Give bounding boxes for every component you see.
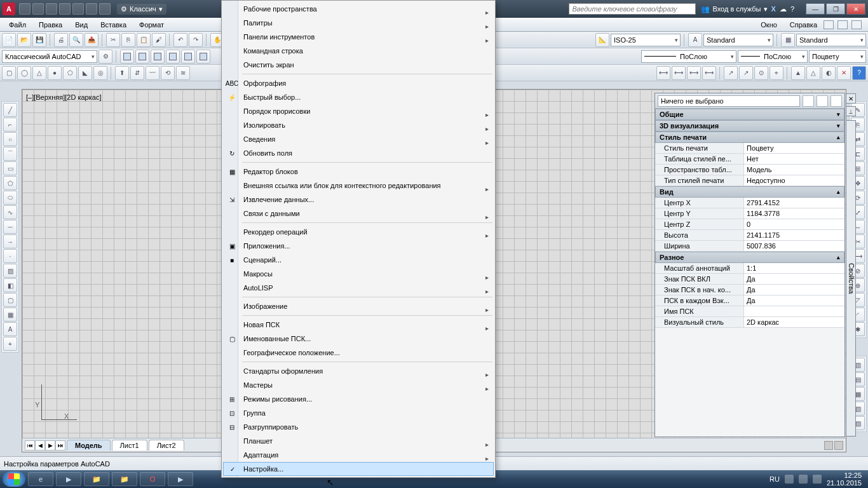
qat-open-icon[interactable] — [32, 3, 44, 15]
task-explorer2-icon[interactable]: 📁 — [112, 472, 137, 486]
tray-clock[interactable]: 12:25 21.10.2015 — [827, 471, 862, 487]
menu-file[interactable]: Файл — [3, 19, 32, 30]
viewport-label[interactable]: [–][Верхняя][2D каркас] — [26, 93, 101, 101]
cat-misc[interactable]: Разное▴ — [655, 252, 844, 263]
menu-item[interactable]: ✓Настройка... — [223, 462, 494, 476]
panel-close-icon[interactable]: ✕ — [846, 93, 856, 104]
dim8-icon[interactable]: ⌖ — [770, 66, 783, 80]
menu-item[interactable]: ⊞Режимы рисования... — [223, 392, 494, 406]
qat-new-icon[interactable] — [19, 3, 31, 15]
dim4-icon[interactable]: ⟷ — [702, 66, 716, 80]
color-combo[interactable]: Поцвету — [809, 50, 866, 63]
layout-last-icon[interactable]: ⏭ — [55, 440, 65, 451]
ray-icon[interactable]: → — [3, 234, 17, 248]
polygon-icon[interactable]: ⬠ — [3, 176, 17, 190]
qat-save-icon[interactable] — [46, 3, 57, 15]
cylinder-icon[interactable]: ◯ — [17, 66, 31, 80]
menu-item[interactable]: Внешняя ссылка или блок для контекстного… — [223, 179, 494, 193]
copy-icon[interactable]: ⎘ — [121, 33, 135, 47]
menu-item[interactable]: Командная строка — [223, 44, 494, 58]
menu-item[interactable]: Порядок прорисовки — [223, 104, 494, 118]
menu-item[interactable]: Планшет — [223, 434, 494, 448]
signin-button[interactable]: 👥 Вход в службы ▾ — [701, 5, 767, 13]
region-icon[interactable]: ▢ — [3, 293, 17, 307]
xline-icon[interactable]: ─ — [3, 220, 17, 234]
box-icon[interactable]: ▢ — [2, 66, 16, 80]
task-media-icon[interactable]: ▶ — [56, 472, 81, 486]
tool4-icon[interactable] — [166, 50, 180, 64]
open-icon[interactable]: 📂 — [17, 33, 31, 47]
menu-item[interactable]: Сведения — [223, 132, 494, 146]
wedge-icon[interactable]: ◣ — [78, 66, 92, 80]
cone-icon[interactable]: △ — [32, 66, 46, 80]
hatch-icon[interactable]: ▨ — [3, 264, 17, 278]
tool1-icon[interactable] — [120, 50, 134, 64]
tab-model[interactable]: Модель — [67, 440, 111, 451]
dim7-icon[interactable]: ⊙ — [754, 66, 768, 80]
menu-item[interactable]: AutoLISP — [223, 281, 494, 295]
menu-item[interactable]: Изолировать — [223, 118, 494, 132]
menu-help[interactable]: Справка — [783, 19, 824, 30]
linetype-combo[interactable]: ПоСлою — [641, 50, 736, 63]
lang-indicator[interactable]: RU — [770, 475, 780, 483]
tray-volume-icon[interactable] — [813, 475, 822, 484]
menu-item[interactable]: Адаптация — [223, 448, 494, 462]
tray-network-icon[interactable] — [799, 475, 808, 484]
new-icon[interactable]: 📄 — [2, 33, 16, 47]
mdi-minimize-icon[interactable] — [824, 20, 834, 29]
tablestyle-icon[interactable]: ▦ — [781, 33, 795, 47]
app-logo[interactable]: A — [3, 3, 15, 15]
minimize-button[interactable]: — — [806, 3, 825, 15]
menu-item[interactable]: Палитры — [223, 16, 494, 30]
line-icon[interactable]: ╱ — [3, 103, 17, 117]
menu-item[interactable]: ▢Именованные ПСК... — [223, 332, 494, 346]
torus-icon[interactable]: ◎ — [93, 66, 107, 80]
menu-item[interactable]: Макросы — [223, 267, 494, 281]
dimstyle-icon[interactable]: 📐 — [595, 33, 609, 47]
quickselect-icon[interactable] — [831, 95, 842, 107]
cat-plotstyle[interactable]: Стиль печати▴ — [655, 132, 844, 143]
dim3-icon[interactable]: ⟷ — [687, 66, 701, 80]
layout-prev-icon[interactable]: ◀ — [35, 440, 45, 451]
task-opera-icon[interactable]: O — [140, 472, 165, 486]
qat-plot-icon[interactable] — [72, 3, 84, 15]
menu-item[interactable]: Изображение — [223, 299, 494, 313]
task-ie-icon[interactable]: e — [28, 472, 53, 486]
hscroll-left-icon[interactable] — [824, 441, 833, 450]
menu-window[interactable]: Окно — [754, 19, 783, 30]
lineweight-combo[interactable]: ПоСлою — [738, 50, 808, 63]
menu-item[interactable]: Новая ПСК — [223, 318, 494, 332]
layout-next-icon[interactable]: ▶ — [45, 440, 55, 451]
preview-icon[interactable]: 🔍 — [69, 33, 83, 47]
loft-icon[interactable]: ≋ — [176, 66, 190, 80]
stayconnected-icon[interactable]: ☁ — [780, 5, 787, 13]
qat-undo-icon[interactable] — [86, 3, 97, 15]
tool5-icon[interactable] — [181, 50, 195, 64]
panel-title[interactable]: Свойства — [846, 120, 856, 437]
dimstyle-combo[interactable]: ISO-25 — [611, 34, 681, 46]
extrude-icon[interactable]: ⬆ — [115, 66, 129, 80]
undo-icon[interactable]: ↶ — [173, 33, 187, 47]
menu-item[interactable]: ▣Приложения... — [223, 239, 494, 253]
menu-item[interactable]: ↻Обновить поля — [223, 146, 494, 160]
rect-icon[interactable]: ▭ — [3, 161, 17, 175]
mdi-restore-icon[interactable] — [837, 20, 848, 29]
redo-icon[interactable]: ↷ — [189, 33, 203, 47]
menu-item[interactable]: Связи с данными — [223, 207, 494, 220]
start-button[interactable] — [3, 471, 25, 487]
dim2-icon[interactable]: ⟷ — [672, 66, 686, 80]
menu-item[interactable]: Географическое положение... — [223, 346, 494, 360]
menu-item[interactable]: Рекордер операций — [223, 225, 494, 239]
menu-item[interactable]: Очистить экран — [223, 58, 494, 72]
tab-layout1[interactable]: Лист1 — [112, 440, 147, 451]
addselected-icon[interactable]: + — [3, 337, 17, 351]
qat-saveas-icon[interactable] — [59, 3, 71, 15]
tool3-icon[interactable] — [151, 50, 165, 64]
menu-item[interactable]: ⊟Разгруппировать — [223, 420, 494, 434]
menu-item[interactable]: Стандарты оформления — [223, 364, 494, 378]
mtext-icon[interactable]: A — [3, 322, 17, 336]
revolve-icon[interactable]: ⟲ — [161, 66, 175, 80]
task-explorer-icon[interactable]: 📁 — [84, 472, 109, 486]
menu-item[interactable]: Рабочие пространства — [223, 2, 494, 16]
menu-item[interactable]: ⇲Извлечение данных... — [223, 193, 494, 207]
